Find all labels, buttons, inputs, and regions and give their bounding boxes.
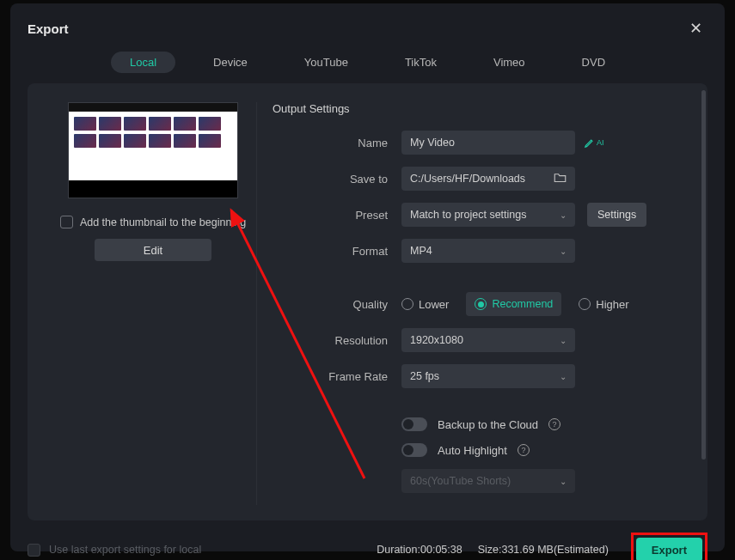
help-icon[interactable]: ? <box>548 418 560 430</box>
thumbnail-preview <box>68 102 238 198</box>
chevron-down-icon: ⌄ <box>560 477 567 486</box>
duration-info: Duration:00:05:38 <box>377 544 462 556</box>
tab-dvd[interactable]: DVD <box>563 52 624 73</box>
format-label: Format <box>273 245 401 258</box>
use-last-settings-label: Use last export settings for local <box>49 544 201 556</box>
export-tabs: Local Device YouTube TikTok Vimeo DVD <box>28 52 707 73</box>
tab-tiktok[interactable]: TikTok <box>386 52 456 73</box>
settings-button[interactable]: Settings <box>587 203 646 227</box>
name-label: Name <box>273 137 401 149</box>
resolution-label: Resolution <box>273 334 401 347</box>
close-icon[interactable]: ✕ <box>684 17 707 40</box>
preset-select[interactable]: Match to project settings ⌄ <box>401 203 575 227</box>
preset-label: Preset <box>273 209 401 222</box>
dialog-title: Export <box>28 21 69 36</box>
quality-recommend[interactable]: Recommend <box>466 292 561 316</box>
saveto-label: Save to <box>273 173 401 186</box>
chevron-down-icon: ⌄ <box>560 210 567 220</box>
tab-youtube[interactable]: YouTube <box>285 52 367 73</box>
chevron-down-icon: ⌄ <box>560 336 567 345</box>
output-settings-heading: Output Settings <box>273 102 692 115</box>
tab-device[interactable]: Device <box>194 52 266 73</box>
framerate-select[interactable]: 25 fps ⌄ <box>401 364 575 388</box>
quality-label: Quality <box>273 298 401 311</box>
help-icon[interactable]: ? <box>518 444 530 456</box>
backup-cloud-label: Backup to the Cloud <box>438 418 538 431</box>
saveto-input[interactable]: C:/Users/HF/Downloads <box>401 167 575 191</box>
tab-vimeo[interactable]: Vimeo <box>475 52 544 73</box>
divider <box>256 102 257 505</box>
ai-pen-icon[interactable]: AI <box>584 137 604 149</box>
export-button-highlight: Export <box>631 533 707 560</box>
scrollbar[interactable] <box>701 90 706 460</box>
highlight-preset-select: 60s(YouTube Shorts) ⌄ <box>401 469 575 493</box>
framerate-label: Frame Rate <box>273 370 401 383</box>
tab-local[interactable]: Local <box>111 52 175 73</box>
name-input[interactable]: My Video <box>401 131 575 155</box>
add-thumbnail-label: Add the thumbnail to the beginning <box>80 216 246 228</box>
backup-cloud-toggle[interactable] <box>401 417 427 431</box>
chevron-down-icon: ⌄ <box>560 247 567 256</box>
format-select[interactable]: MP4 ⌄ <box>401 239 575 263</box>
chevron-down-icon: ⌄ <box>560 372 567 381</box>
quality-lower[interactable]: Lower <box>401 298 449 311</box>
use-last-settings-checkbox[interactable] <box>28 544 40 557</box>
resolution-select[interactable]: 1920x1080 ⌄ <box>401 328 575 352</box>
size-info: Size:331.69 MB(Estimated) <box>478 544 609 556</box>
add-thumbnail-checkbox[interactable] <box>60 216 73 228</box>
export-dialog: Export ✕ Local Device YouTube TikTok Vim… <box>10 3 725 551</box>
quality-higher[interactable]: Higher <box>579 298 628 311</box>
edit-button[interactable]: Edit <box>95 239 211 261</box>
export-button[interactable]: Export <box>636 538 702 560</box>
folder-icon[interactable] <box>554 172 567 186</box>
auto-highlight-toggle[interactable] <box>401 443 427 457</box>
auto-highlight-label: Auto Highlight <box>438 444 507 457</box>
